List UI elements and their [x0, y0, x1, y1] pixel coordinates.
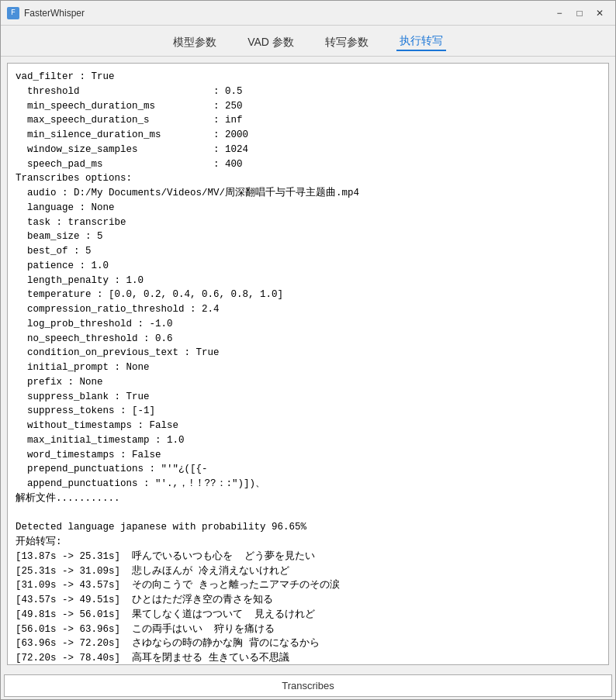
app-icon-letter: F [11, 9, 16, 17]
menu-item-vad-params[interactable]: VAD 参数 [244, 34, 297, 51]
bottom-bar: Transcribes [1, 671, 615, 699]
menu-item-model-params[interactable]: 模型参数 [170, 34, 220, 51]
menu-bar: 模型参数 VAD 参数 转写参数 执行转写 [1, 26, 615, 57]
app-icon: F [7, 7, 19, 19]
close-button[interactable]: ✕ [590, 5, 609, 21]
app-title: FasterWhisper [24, 8, 85, 19]
app-window: F FasterWhisper − □ ✕ 模型参数 VAD 参数 转写参数 执… [0, 0, 616, 700]
output-text-box[interactable]: vad_filter : True threshold : 0.5 min_sp… [7, 63, 609, 665]
title-bar: F FasterWhisper − □ ✕ [1, 1, 615, 26]
transcribe-button[interactable]: Transcribes [4, 674, 612, 697]
minimize-button[interactable]: − [550, 5, 569, 21]
menu-item-transcribe-params[interactable]: 转写参数 [322, 34, 372, 51]
content-area: vad_filter : True threshold : 0.5 min_sp… [1, 57, 615, 671]
menu-item-execute-transcribe[interactable]: 执行转写 [396, 33, 446, 51]
window-controls: − □ ✕ [550, 5, 609, 21]
maximize-button[interactable]: □ [570, 5, 589, 21]
